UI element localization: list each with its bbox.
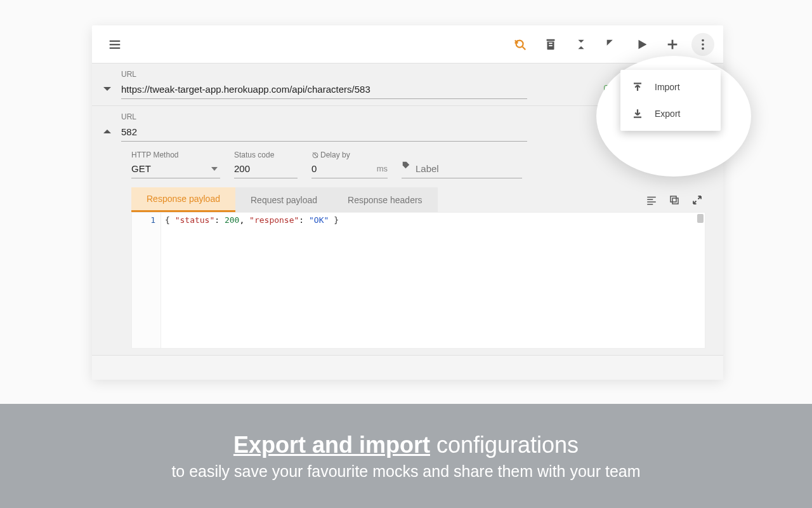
menu-item-export[interactable]: Export [620,100,721,127]
svg-rect-19 [647,196,656,197]
tab-request-payload[interactable]: Request payload [235,187,332,212]
svg-rect-12 [668,43,678,45]
menu-item-import[interactable]: Import [620,74,721,100]
promo-title: Export and import configurations [233,432,579,458]
url-input[interactable] [121,124,527,142]
url-label: URL [121,112,653,121]
svg-point-14 [702,43,704,46]
svg-rect-21 [647,201,656,203]
svg-point-15 [702,47,704,50]
delete-icon[interactable] [539,33,562,56]
svg-rect-2 [110,47,121,48]
toolbar [92,25,723,64]
code-body[interactable]: { "status": 200, "response": "OK" } [161,213,705,348]
svg-rect-1 [110,44,121,45]
add-icon[interactable] [661,33,684,56]
http-method-select[interactable] [131,161,220,178]
svg-rect-0 [110,40,121,41]
svg-rect-7 [547,39,555,41]
code-editor[interactable]: 1 { "status": 200, "response": "OK" } [131,212,705,349]
collapse-all-icon[interactable] [570,33,593,56]
url-input[interactable] [121,81,527,99]
svg-rect-25 [634,83,641,84]
copy-icon[interactable] [666,192,683,208]
focus-highlight: Import Export [596,56,751,177]
delay-label: Delay by [311,150,388,159]
svg-rect-22 [647,204,653,205]
dropdown-menu: Import Export [620,70,721,131]
play-icon[interactable] [631,33,653,56]
svg-rect-20 [647,199,653,200]
expand-icon[interactable] [689,192,705,208]
scrollbar-thumb[interactable] [697,214,704,223]
menu-item-label: Export [655,109,680,119]
svg-rect-23 [671,196,676,202]
svg-line-4 [523,46,526,50]
format-icon[interactable] [643,192,660,208]
status-code-input[interactable] [234,161,298,178]
open-window-icon[interactable] [600,33,623,56]
label-input[interactable] [402,161,522,178]
chevron-down-icon[interactable] [100,81,115,97]
status-code-label: Status code [234,150,298,159]
svg-rect-24 [672,198,678,204]
url-label: URL [121,70,653,79]
more-icon[interactable] [691,33,714,56]
search-replace-icon[interactable] [509,33,532,56]
chevron-up-icon[interactable] [100,124,115,139]
svg-point-13 [702,39,704,41]
delay-unit: ms [377,164,388,173]
svg-rect-9 [549,43,553,44]
promo-banner: Export and import configurations to easi… [0,404,812,508]
svg-rect-26 [634,117,641,118]
label-tag-icon [402,161,410,172]
tab-response-payload[interactable]: Response payload [131,187,235,212]
promo-subtitle: to easily save your favourite mocks and … [171,462,640,481]
line-number: 1 [132,213,161,348]
http-method-label: HTTP Method [131,150,220,159]
menu-item-label: Import [655,82,680,92]
tab-response-headers[interactable]: Response headers [332,187,438,212]
hamburger-menu-icon[interactable] [103,33,126,56]
svg-rect-10 [549,44,553,46]
tabs-row: Response payload Request payload Respons… [100,178,714,212]
